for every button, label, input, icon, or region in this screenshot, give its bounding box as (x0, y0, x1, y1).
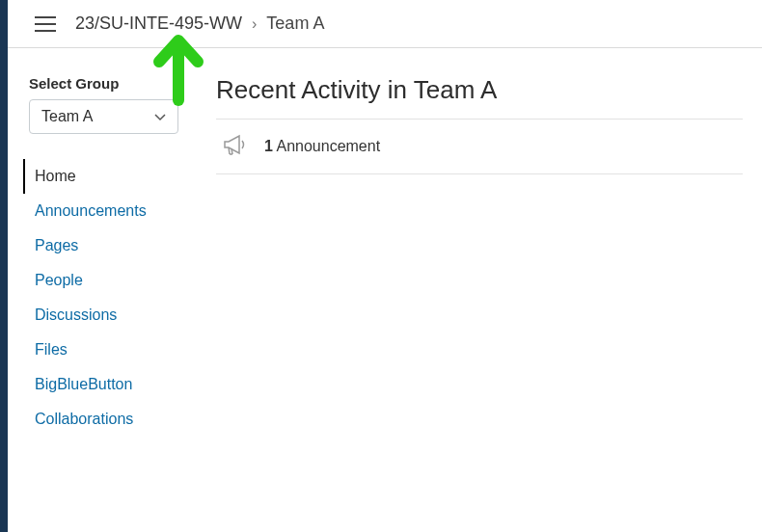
nav-item-files[interactable]: Files (23, 332, 206, 367)
page-title: Recent Activity in Team A (216, 75, 743, 105)
left-edge-bar (0, 0, 8, 532)
nav-item-collaborations[interactable]: Collaborations (23, 402, 206, 437)
breadcrumb: 23/SU-INTE-495-WW › Team A (75, 13, 324, 34)
activity-row-announcement[interactable]: 1 Announcement (216, 119, 743, 174)
sidebar-nav: Home Announcements Pages People Discussi… (23, 159, 206, 437)
nav-item-discussions[interactable]: Discussions (23, 298, 206, 332)
hamburger-menu-icon[interactable] (33, 14, 58, 34)
megaphone-icon (222, 133, 249, 160)
sidebar: Select Group Team A Home Announcements P… (23, 48, 216, 437)
activity-label: Announcement (276, 138, 380, 154)
svg-line-3 (231, 148, 232, 154)
breadcrumb-current: Team A (266, 13, 324, 34)
nav-item-label: Home (35, 168, 76, 184)
nav-item-label: Announcements (35, 202, 147, 219)
activity-count: 1 (264, 138, 273, 154)
activity-text: 1 Announcement (264, 138, 380, 155)
group-select-dropdown[interactable]: Team A (29, 99, 178, 134)
main-content: Recent Activity in Team A 1 Announcement (216, 48, 762, 437)
nav-item-home[interactable]: Home (23, 159, 206, 194)
nav-item-bigbluebutton[interactable]: BigBlueButton (23, 367, 206, 402)
nav-item-people[interactable]: People (23, 263, 206, 298)
chevron-down-icon (154, 109, 166, 124)
nav-item-label: Discussions (35, 306, 117, 323)
nav-item-pages[interactable]: Pages (23, 228, 206, 263)
nav-item-label: Files (35, 341, 68, 358)
nav-item-label: Collaborations (35, 411, 133, 427)
page-header: 23/SU-INTE-495-WW › Team A (0, 0, 762, 48)
breadcrumb-separator: › (252, 15, 257, 33)
nav-item-announcements[interactable]: Announcements (23, 194, 206, 228)
group-select-value: Team A (41, 108, 93, 125)
nav-item-label: BigBlueButton (35, 376, 132, 392)
nav-item-label: Pages (35, 237, 78, 253)
breadcrumb-course-link[interactable]: 23/SU-INTE-495-WW (75, 13, 242, 34)
nav-item-label: People (35, 272, 83, 288)
select-group-label: Select Group (29, 75, 206, 92)
svg-line-1 (229, 147, 230, 154)
